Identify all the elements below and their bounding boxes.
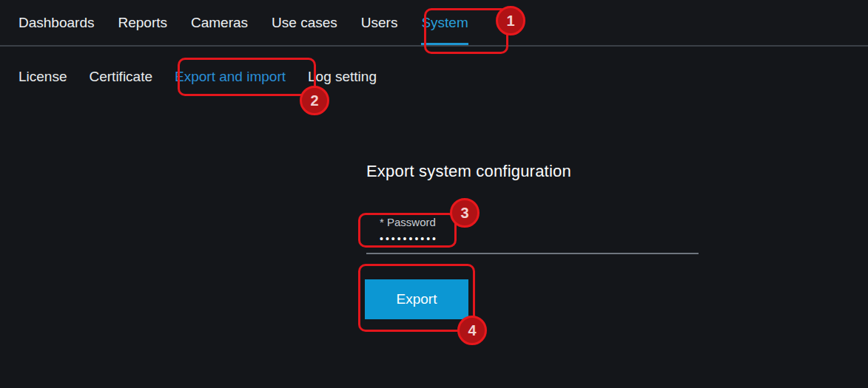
password-input[interactable]: •••••••••• (380, 233, 438, 245)
tab-dashboards[interactable]: Dashboards (18, 0, 94, 45)
password-input-underline (366, 253, 699, 254)
annotation-step-3-badge: 3 (450, 198, 480, 228)
tab-use-cases[interactable]: Use cases (272, 0, 337, 45)
tab-users[interactable]: Users (361, 0, 398, 45)
tab-reports[interactable]: Reports (118, 0, 167, 45)
app-window: Dashboards Reports Cameras Use cases Use… (0, 0, 868, 388)
subtab-license[interactable]: License (18, 69, 67, 85)
subtab-export-and-import[interactable]: Export and import (175, 69, 286, 85)
page-title: Export system configuration (366, 162, 571, 181)
export-button[interactable]: Export (365, 279, 468, 319)
tab-system[interactable]: System (421, 0, 468, 45)
password-label: * Password (380, 216, 436, 228)
annotation-step-4-badge: 4 (457, 316, 487, 345)
top-navigation: Dashboards Reports Cameras Use cases Use… (0, 0, 868, 47)
subtab-log-setting[interactable]: Log setting (308, 69, 377, 85)
system-sub-navigation: License Certificate Export and import Lo… (0, 48, 868, 106)
subtab-certificate[interactable]: Certificate (90, 69, 153, 85)
tab-cameras[interactable]: Cameras (191, 0, 248, 45)
